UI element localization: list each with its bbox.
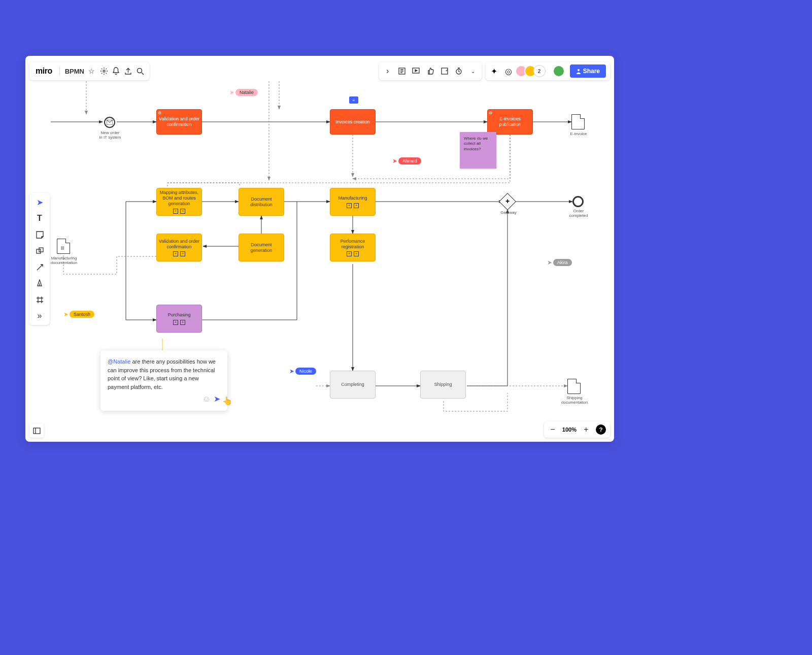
cursor-santosh: ➤Santosh: [63, 311, 94, 318]
mapping-attributes[interactable]: Mapping attributes, BOM and routes gener…: [156, 188, 202, 216]
cursor-nicole: ➤Nicole: [289, 368, 316, 375]
purchasing[interactable]: Purchasing++: [156, 305, 202, 333]
document-distribution[interactable]: Document distribution: [239, 188, 284, 216]
shipping[interactable]: Shipping: [420, 371, 466, 399]
share-button[interactable]: Share: [570, 64, 606, 78]
present-icon[interactable]: [412, 67, 421, 76]
mfg-doc[interactable]: |||: [57, 239, 70, 254]
einvoice-label: E-invoice: [567, 132, 590, 137]
validation-order-1[interactable]: ⚙Validation and order confirmation: [156, 109, 202, 135]
performance-registration[interactable]: Perfomance registration++: [330, 234, 376, 261]
zoom-out[interactable]: −: [548, 425, 557, 434]
zoom-bar: − 100% + ?: [544, 421, 610, 438]
search-icon[interactable]: [136, 67, 145, 76]
miro-app: New order in IT system ⚙Validation and o…: [25, 56, 614, 442]
einvoice-doc[interactable]: [571, 114, 585, 129]
canvas[interactable]: New order in IT system ⚙Validation and o…: [25, 56, 614, 442]
follow-icon[interactable]: ◎: [504, 67, 513, 76]
gateway[interactable]: [499, 193, 516, 210]
arrow-tool[interactable]: [35, 262, 45, 272]
svg-point-7: [578, 69, 580, 71]
manufacturing[interactable]: Manufacturing++: [330, 188, 376, 216]
ship-doc-label: Shipping documentation: [560, 396, 589, 405]
gear-icon[interactable]: [99, 67, 109, 76]
timer-icon[interactable]: [454, 67, 463, 76]
left-toolbar: ➤ T »: [29, 193, 50, 325]
comment-box[interactable]: @Natalie are there any possibilities how…: [100, 350, 227, 411]
validation-order-2[interactable]: Validation and order confirmation++: [156, 234, 202, 261]
bell-icon[interactable]: [112, 67, 121, 76]
start-event[interactable]: [104, 117, 115, 128]
end-label: Order completed: [566, 209, 591, 218]
hand-cursor: 👆: [222, 396, 232, 406]
invoices-creation[interactable]: Invoices creation: [330, 109, 376, 135]
send-icon[interactable]: ➤: [214, 394, 220, 404]
zoom-in[interactable]: +: [582, 425, 591, 434]
panel-toggle[interactable]: [29, 423, 44, 438]
sticky-note[interactable]: Where do we collect all invoices?: [460, 132, 496, 169]
cursor-akira: ➤Akira: [547, 259, 572, 266]
board-name[interactable]: BPMN: [65, 68, 84, 75]
note-icon[interactable]: [397, 67, 407, 76]
svg-rect-9: [39, 248, 43, 252]
chevron-right-icon[interactable]: ›: [383, 67, 392, 76]
sticky-tool[interactable]: [35, 230, 45, 240]
svg-point-2: [138, 68, 142, 73]
comment-icon[interactable]: ≡: [349, 96, 358, 104]
mfg-doc-label: Manufacturing documentation: [49, 256, 79, 266]
right-toolbar: › ⌄ ✦ ◎ 2 Share: [379, 62, 610, 80]
gateway-label: Gateway: [498, 211, 519, 215]
comment-text: @Natalie are there any possibilities how…: [108, 357, 220, 391]
emoji-icon[interactable]: ☺: [202, 395, 211, 404]
more-icon[interactable]: ⌄: [468, 67, 478, 76]
frame-icon[interactable]: [440, 67, 449, 76]
current-user-avatar[interactable]: [553, 65, 565, 77]
more-tools[interactable]: »: [35, 311, 45, 321]
text-tool[interactable]: T: [35, 213, 45, 223]
ship-doc[interactable]: [567, 379, 581, 394]
frame-tool[interactable]: [35, 294, 45, 305]
select-tool[interactable]: ➤: [35, 197, 45, 207]
cursor-icon[interactable]: ✦: [490, 67, 499, 76]
export-icon[interactable]: [124, 67, 133, 76]
pen-tool[interactable]: [35, 278, 45, 288]
topbar: miro BPMN ☆: [29, 62, 149, 80]
start-label: New order in IT system: [97, 131, 123, 140]
svg-point-1: [103, 70, 105, 72]
svg-rect-10: [33, 428, 40, 434]
avatars[interactable]: 2: [518, 65, 546, 77]
cursor-natalie: ➤Natalie: [229, 89, 258, 96]
zoom-value[interactable]: 100%: [562, 427, 577, 433]
document-generation[interactable]: Document generation: [239, 234, 284, 261]
svg-rect-8: [37, 249, 41, 253]
einvoices-publication[interactable]: ⚙E-invoices publication: [487, 109, 533, 135]
shape-tool[interactable]: [35, 246, 45, 256]
logo[interactable]: miro: [33, 67, 54, 76]
svg-rect-5: [442, 68, 448, 74]
thumbsup-icon[interactable]: [426, 67, 435, 76]
completing[interactable]: Completing: [330, 371, 376, 399]
end-event[interactable]: [572, 196, 584, 207]
star-icon[interactable]: ☆: [87, 67, 96, 76]
cursor-ahmed: ➤Ahmed: [392, 157, 421, 165]
help-icon[interactable]: ?: [596, 424, 606, 435]
